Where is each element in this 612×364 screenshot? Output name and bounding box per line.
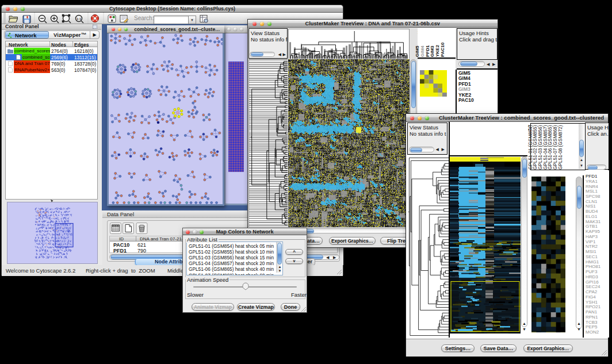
svg-text:1:1: 1:1 xyxy=(76,17,81,21)
